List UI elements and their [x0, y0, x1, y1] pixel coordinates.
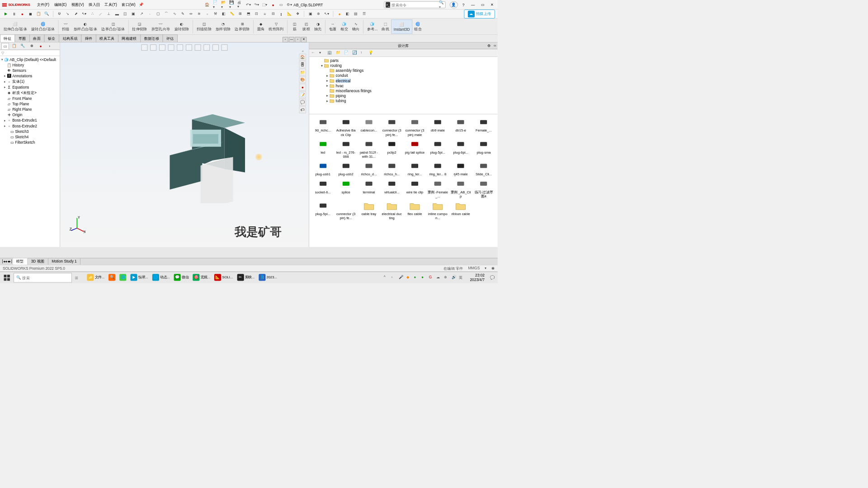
- prev-view-icon[interactable]: [159, 44, 165, 51]
- tab-草图[interactable]: 草图: [15, 34, 30, 42]
- taskbar-clock[interactable]: 23:02 2023/4/7: [467, 273, 487, 282]
- lib-item[interactable]: ring_ter... 8: [427, 161, 449, 177]
- t2-icon[interactable]: ⊡: [254, 11, 260, 17]
- settings-icon[interactable]: ⚙▾: [287, 2, 292, 7]
- curve-icon[interactable]: ∿: [171, 11, 178, 17]
- taskbar-app[interactable]: ▶恒星...: [128, 272, 150, 283]
- lib-item[interactable]: richco_h...: [381, 161, 403, 177]
- add-loc-icon[interactable]: 📁: [336, 50, 341, 56]
- measure-icon[interactable]: 📏: [229, 11, 235, 17]
- lib-item[interactable]: 案例 _AB_Clip: [450, 178, 472, 199]
- sketch-icon[interactable]: ▢: [155, 11, 161, 17]
- ribbon-扫描切除[interactable]: ◫扫描切除: [194, 19, 213, 34]
- command-search[interactable]: >_ 🔍▾: [384, 1, 445, 8]
- ribbon-拔模[interactable]: ◰拔模: [301, 19, 312, 34]
- axis-icon[interactable]: ↗: [139, 11, 145, 17]
- lib-item[interactable]: terminal: [358, 178, 380, 199]
- lib-item[interactable]: rj45 male: [450, 161, 472, 177]
- lib-item[interactable]: plug-usb1: [312, 161, 334, 177]
- taskbar-app[interactable]: 📁文件...: [85, 272, 107, 283]
- taskbar-app[interactable]: 🌐: [118, 272, 128, 283]
- menu-pin-icon[interactable]: 📌: [139, 2, 144, 7]
- view-palette-icon[interactable]: 🎨: [299, 76, 306, 83]
- magnify-icon[interactable]: 🔍▾: [439, 0, 444, 9]
- new-icon[interactable]: 📄▾: [213, 2, 218, 7]
- status-state-icon[interactable]: ◉: [491, 266, 495, 271]
- tray-onedrive-icon[interactable]: ☁: [436, 275, 442, 280]
- tab-评估[interactable]: 评估: [163, 34, 178, 42]
- lib-item[interactable]: socket-6...: [312, 178, 334, 199]
- lib-item[interactable]: flex cable: [404, 201, 426, 221]
- menu-窗口(W)[interactable]: 窗口(W): [120, 1, 137, 8]
- ribbon-拉伸切除[interactable]: ◲拉伸切除: [130, 19, 149, 34]
- lib-folder-routing[interactable]: ▾routing: [311, 63, 496, 68]
- tray-net-icon[interactable]: ⊕: [444, 275, 449, 280]
- tree-root[interactable]: ▾ 🧊 AB_Clip (Default) <<Default: [1, 57, 59, 62]
- block-icon[interactable]: ▫: [204, 11, 211, 17]
- custom-props-icon[interactable]: 📝: [299, 91, 306, 98]
- user-icon[interactable]: 👤: [450, 1, 458, 8]
- lib-item[interactable]: 案例 -Female_...: [427, 178, 449, 199]
- lib-folder-parts[interactable]: parts: [311, 58, 496, 63]
- decal-icon[interactable]: ▤: [353, 11, 359, 17]
- tray-ime-icon[interactable]: 英: [459, 275, 464, 280]
- lib-item[interactable]: pabst 512f - with 31...: [358, 139, 380, 159]
- zoom-area-icon[interactable]: [150, 44, 156, 51]
- task-view-icon[interactable]: ⊞⃞: [72, 276, 81, 280]
- up-icon[interactable]: ↑: [360, 50, 366, 56]
- midpoint-icon[interactable]: ∴: [90, 11, 96, 17]
- tree-item[interactable]: ▸▫Boss-Extrude1: [1, 117, 59, 123]
- ribbon-线性阵列[interactable]: ▽线性阵列: [267, 19, 286, 34]
- ribbon-扫描[interactable]: 〰扫描: [60, 19, 72, 34]
- back-icon[interactable]: ←: [311, 50, 316, 56]
- tray-app2-icon[interactable]: ◆: [406, 275, 412, 280]
- lib-folder-conduit[interactable]: ▸conduit: [311, 73, 496, 78]
- ribbon-圆角[interactable]: ◆圆角: [255, 19, 267, 34]
- tree-item[interactable]: ▸▫Boss-Extrude2: [1, 123, 59, 129]
- menu-插入(I)[interactable]: 插入(I): [87, 1, 102, 8]
- tab-特征[interactable]: 特征: [0, 34, 15, 42]
- scene-icon[interactable]: ◧: [344, 11, 351, 17]
- ribbon-曲线[interactable]: ⬚曲线: [380, 19, 392, 34]
- tray-vol-icon[interactable]: 🔊: [452, 275, 457, 280]
- viewport-close-icon[interactable]: ✕: [301, 37, 307, 42]
- panel-pin-icon[interactable]: ‹‹: [494, 44, 496, 48]
- lib-folder-piping[interactable]: ▸piping: [311, 93, 496, 98]
- display-tab-icon[interactable]: ⊕: [28, 43, 36, 49]
- tab-模具工具[interactable]: 模具工具: [96, 34, 118, 42]
- tree-item[interactable]: ✛Origin: [1, 112, 59, 117]
- appearance-icon[interactable]: ●: [336, 11, 343, 17]
- home-lib-icon[interactable]: 🏢: [327, 50, 333, 56]
- add-file-icon[interactable]: 📄: [344, 50, 349, 56]
- pause-icon[interactable]: ⏸: [11, 11, 17, 17]
- viewport-min-icon[interactable]: —: [289, 37, 294, 42]
- t5-icon[interactable]: ⫿: [278, 11, 284, 17]
- ribbon-旋转凸台/基体[interactable]: 🌀旋转凸台/基体: [29, 19, 57, 34]
- view-tab-Motion Study 1[interactable]: Motion Study 1: [48, 258, 80, 265]
- nav-first-icon[interactable]: |◂◂◂▸|: [1, 259, 13, 264]
- feature-tree-tab-icon[interactable]: 🗂: [1, 43, 9, 49]
- lib-item[interactable]: connector (3pin) fe...: [335, 201, 357, 221]
- dim-icon[interactable]: ⇔: [188, 11, 194, 17]
- ribbon-边界切除[interactable]: ⊞边界切除: [233, 19, 252, 34]
- lib-item[interactable]: virtualcli...: [381, 178, 403, 199]
- tree-item[interactable]: ▭FilterSketch: [1, 140, 59, 145]
- panel-gear-icon[interactable]: ⚙: [487, 43, 491, 48]
- lib-folder-miscellaneous fittings[interactable]: miscellaneous fittings: [311, 88, 496, 93]
- ribbon-边界凸台/基体[interactable]: ◫边界凸台/基体: [99, 19, 127, 34]
- vertex-icon[interactable]: ↘: [65, 11, 71, 17]
- note-icon[interactable]: ✎: [179, 11, 186, 17]
- tab-网格建模[interactable]: 网格建模: [118, 34, 141, 42]
- help-icon[interactable]: ?: [459, 1, 467, 8]
- ribbon-放样凸台/基体[interactable]: ◐放样凸台/基体: [71, 19, 99, 34]
- zoom-fit-icon[interactable]: [142, 44, 148, 51]
- surface-icon[interactable]: ◫: [122, 11, 128, 17]
- menu-工具(T)[interactable]: 工具(T): [103, 1, 119, 8]
- save-icon[interactable]: 💾▾: [229, 2, 235, 7]
- lib-item[interactable]: plug-usb2: [335, 161, 357, 177]
- taskbar-app[interactable]: 💬微信: [172, 272, 191, 283]
- menu-编辑(E)[interactable]: 编辑(E): [52, 1, 69, 8]
- lib-item[interactable]: plug-5pi...: [312, 201, 334, 221]
- t6-icon[interactable]: 📐: [287, 11, 293, 17]
- search-input[interactable]: [392, 3, 439, 7]
